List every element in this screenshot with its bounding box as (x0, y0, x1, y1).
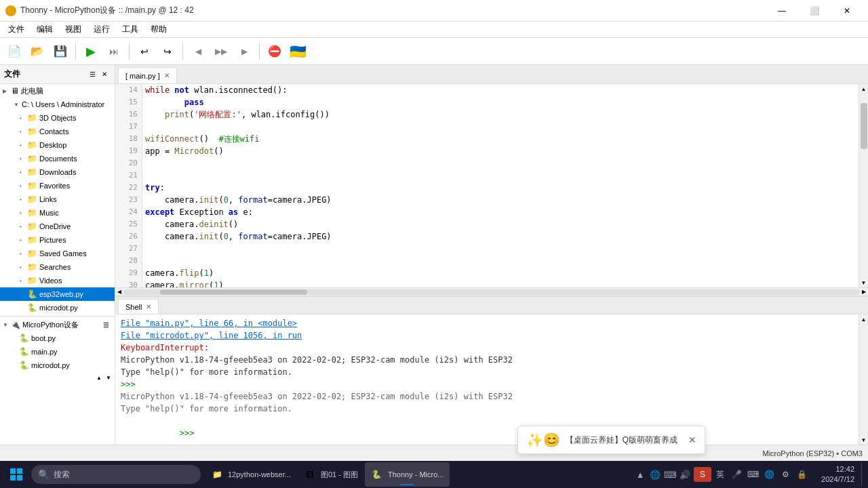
folder-searches[interactable]: + 📁 Searches (0, 260, 115, 274)
shell-content[interactable]: File "main.py", line 66, in <module> Fil… (115, 314, 859, 445)
network-icon[interactable]: 🌐 (649, 468, 661, 481)
tab-close-btn[interactable]: ✕ (164, 72, 170, 79)
folder-label: Saved Games (39, 249, 87, 258)
menu-tools[interactable]: 工具 (117, 22, 144, 37)
mp-main-py[interactable]: 🐍 main.py (0, 345, 115, 359)
mp-boot-py[interactable]: 🐍 boot.py (0, 331, 115, 345)
code-editor[interactable]: 14 15 16 17 18 19 20 21 22 23 24 25 26 2… (115, 84, 868, 287)
folder-label: Searches (39, 263, 71, 271)
path-item[interactable]: ▼ C: \ Users \ Administrator (0, 98, 115, 111)
ime-emoji-btn[interactable]: 🌐 (762, 467, 776, 482)
taskbar-item-explorer[interactable]: 📁 12python-webser... (205, 462, 296, 487)
ime-keyboard-btn[interactable]: ⌨ (745, 467, 760, 482)
taskbar-item-image[interactable]: 🖼 图01 - 图图 (298, 462, 363, 487)
sidebar-scroll-arrows: ▲ ▼ (0, 372, 115, 383)
undo-btn[interactable]: ↩ (134, 41, 155, 62)
show-desktop-btn[interactable] (861, 462, 865, 487)
divider (0, 316, 115, 317)
this-computer-item[interactable]: ▶ 🖥 此电脑 (0, 84, 115, 98)
window-title: Thonny - MicroPython设备 :: /main.py @ 12 … (20, 5, 194, 16)
folder-favorites[interactable]: + 📁 Favorites (0, 179, 115, 192)
ime-cn-btn[interactable]: S (694, 467, 711, 482)
folder-desktop[interactable]: + 📁 Desktop (0, 138, 115, 152)
taskbar-clock[interactable]: 12:42 2024/7/12 (816, 464, 860, 485)
folder-onedrive[interactable]: + 📁 OneDrive (0, 220, 115, 233)
ime-lang-btn[interactable]: 英 (713, 467, 728, 482)
shell-line: File "main.py", line 66, in <module> (121, 317, 853, 329)
menu-help[interactable]: 帮助 (145, 22, 172, 37)
folder-documents[interactable]: + 📁 Documents (0, 152, 115, 165)
menu-edit[interactable]: 编辑 (31, 22, 58, 37)
file-panel-close-btn[interactable]: ✕ (98, 68, 111, 81)
resume-btn[interactable]: ▶ (234, 41, 254, 62)
notif-close-btn[interactable]: ✕ (688, 434, 696, 445)
step-forward-btn[interactable]: ▶▶ (211, 41, 231, 62)
code-content[interactable]: while not wlan.isconnected(): pass print… (142, 84, 859, 287)
folder-downloads[interactable]: + 📁 Downloads (0, 165, 115, 179)
code-line: camera.init(0, format=camera.JPEG) (145, 194, 856, 206)
shell-tab[interactable]: Shell ✕ (118, 299, 159, 314)
mp-microdot-py[interactable]: 🐍 microdot.py (0, 359, 115, 372)
file-label: main.py (31, 348, 58, 356)
hscroll-right-btn[interactable]: ▶ (860, 288, 868, 296)
shell-scroll-down-btn[interactable]: ▼ (859, 435, 868, 445)
taskbar-search-box[interactable]: 🔍 搜索 (31, 465, 201, 484)
expand-icon: ▶ (3, 88, 11, 94)
ime-settings-btn[interactable]: ⚙ (778, 467, 793, 482)
scroll-down-arrow[interactable]: ▼ (104, 373, 113, 382)
folder-contacts[interactable]: + 📁 Contacts (0, 125, 115, 138)
save-file-btn[interactable]: 💾 (50, 41, 71, 62)
open-file-btn[interactable]: 📂 (27, 41, 47, 62)
close-btn[interactable]: ✕ (831, 0, 863, 22)
scroll-up-arrow[interactable]: ▲ (94, 373, 104, 382)
run-btn[interactable]: ▶ (81, 41, 101, 62)
tray-expand-btn[interactable]: ▲ (634, 468, 646, 481)
shell-prompt-line[interactable]: >>> (121, 415, 853, 445)
taskbar-item-thonny[interactable]: 🐍 Thonny - Micro... (365, 462, 450, 487)
ime-mic-btn[interactable]: 🎤 (729, 467, 744, 482)
menu-file[interactable]: 文件 (3, 22, 30, 37)
code-line: app = Microdot() (145, 145, 856, 157)
ime-btn7[interactable]: 🔒 (794, 467, 809, 482)
folder-music[interactable]: + 📁 Music (0, 206, 115, 220)
shell-tab-bar: Shell ✕ (115, 297, 868, 314)
start-btn[interactable] (3, 462, 30, 487)
shell-tab-close[interactable]: ✕ (146, 303, 151, 310)
shell-vscroll[interactable]: ▲ ▼ (859, 314, 868, 445)
file-tree-scroll[interactable]: ▶ 🖥 此电脑 ▼ C: \ Users \ Administrator + 📁… (0, 84, 115, 445)
folder-3d-objects[interactable]: + 📁 3D Objects (0, 111, 115, 125)
menu-view[interactable]: 视图 (60, 22, 87, 37)
file-microdot[interactable]: 🐍 microdot.py (0, 301, 115, 314)
micropython-menu-btn[interactable]: ☰ (100, 319, 112, 331)
editor-hscroll[interactable]: ◀ ▶ (115, 287, 868, 296)
folder-saved-games[interactable]: + 📁 Saved Games (0, 247, 115, 260)
stop-btn[interactable]: ⛔ (264, 41, 285, 62)
micropython-section[interactable]: ▼ 🔌 MicroPython设备 ☰ (0, 318, 115, 331)
file-label: boot.py (31, 334, 56, 342)
shell-line: Type "help()" for more information. (121, 403, 853, 415)
editor-vscroll[interactable]: ▲ ▼ (859, 84, 868, 287)
folder-pictures[interactable]: + 📁 Pictures (0, 233, 115, 247)
folder-links[interactable]: + 📁 Links (0, 192, 115, 206)
shell-line: MicroPython v1.18-74-gfeeeb5ea3 on 2022-… (121, 354, 853, 366)
minimize-btn[interactable]: — (766, 0, 797, 22)
redo-btn[interactable]: ↪ (157, 41, 178, 62)
folder-videos[interactable]: + 📁 Videos (0, 274, 115, 287)
menu-run[interactable]: 运行 (88, 22, 115, 37)
shell-scroll-up-btn[interactable]: ▲ (859, 314, 868, 324)
shell-input[interactable] (199, 428, 335, 438)
file-esp32web[interactable]: 🐍 esp32web.py (0, 287, 115, 301)
image-icon: 🖼 (303, 468, 317, 481)
debug-step-btn[interactable]: ⏭ (104, 41, 124, 62)
new-file-btn[interactable]: 📄 (4, 41, 24, 62)
scroll-down-btn[interactable]: ▼ (859, 278, 868, 287)
keyboard-icon[interactable]: ⌨ (664, 468, 676, 481)
code-line: try: (145, 182, 856, 194)
step-back-btn[interactable]: ◀ (188, 41, 208, 62)
hscroll-left-btn[interactable]: ◀ (115, 288, 123, 296)
main-py-tab[interactable]: [ main.py ] ✕ (118, 67, 177, 83)
file-panel-menu-btn[interactable]: ☰ (86, 68, 98, 81)
scroll-up-btn[interactable]: ▲ (859, 84, 868, 94)
volume-icon[interactable]: 🔊 (679, 468, 691, 481)
maximize-btn[interactable]: ⬜ (799, 0, 830, 22)
